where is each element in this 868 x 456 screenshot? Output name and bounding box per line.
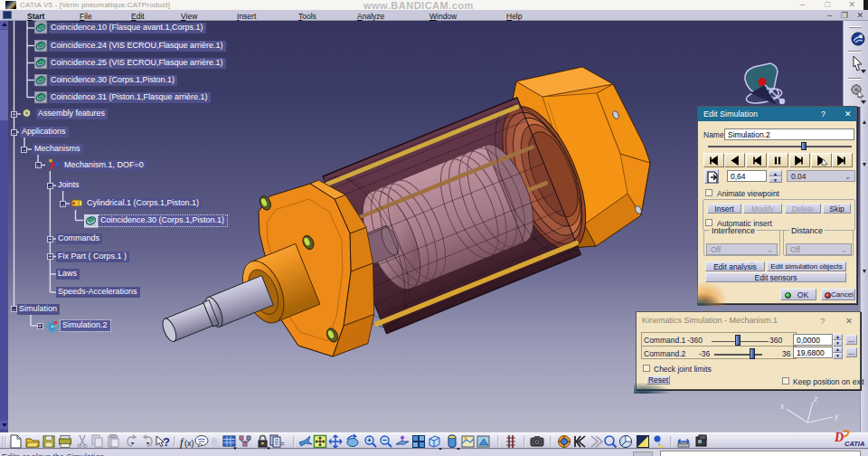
svg-text:?: ? [163,435,170,449]
svg-text:CATIA: CATIA [844,440,864,448]
svg-text:(x): (x) [184,439,194,448]
svg-text:=: = [280,440,285,448]
svg-text:8: 8 [212,436,217,447]
svg-text:D: D [834,431,844,444]
